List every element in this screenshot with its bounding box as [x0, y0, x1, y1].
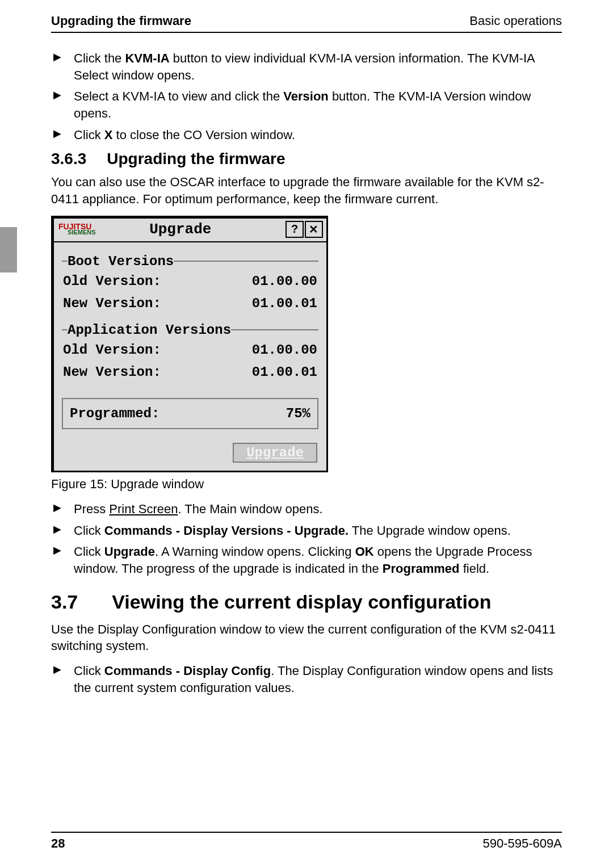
- group-label: Boot Versions: [68, 254, 174, 269]
- label: Old Version:: [63, 274, 161, 289]
- side-tab: [0, 227, 17, 272]
- bullet-list-top: ▶ Click the KVM-IA button to view indivi…: [51, 50, 562, 143]
- list-item: ▶ Click X to close the CO Version window…: [51, 127, 562, 144]
- help-button[interactable]: ?: [285, 221, 304, 238]
- programmed-value: 75%: [286, 406, 310, 421]
- page: Upgrading the firmware Basic operations …: [0, 0, 613, 868]
- value: 01.00.00: [252, 342, 317, 358]
- upgrade-button[interactable]: Upgrade: [233, 443, 317, 463]
- subsection-heading: 3.6.3 Upgrading the firmware: [51, 150, 562, 168]
- app-new-row: New Version: 01.00.01: [62, 360, 318, 382]
- programmed-box: Programmed: 75%: [62, 398, 318, 429]
- value: 01.00.01: [252, 296, 317, 311]
- value: 01.00.01: [252, 364, 317, 380]
- header-right: Basic operations: [469, 14, 562, 28]
- list-item: ▶ Click the KVM-IA button to view indivi…: [51, 50, 562, 83]
- text: Press Print Screen. The Main window open…: [74, 502, 323, 516]
- header-left: Upgrading the firmware: [51, 14, 191, 28]
- app-old-row: Old Version: 01.00.00: [62, 338, 318, 360]
- label: New Version:: [63, 296, 161, 311]
- list-item: ▶ Click Commands - Display Config. The D…: [51, 662, 562, 696]
- paragraph: Use the Display Configuration window to …: [51, 621, 562, 655]
- section-heading: 3.7 Viewing the current display configur…: [51, 591, 562, 613]
- arrow-icon: ▶: [53, 50, 61, 64]
- boot-new-row: New Version: 01.00.01: [62, 291, 318, 313]
- window-body: Boot Versions Old Version: 01.00.00 New …: [54, 242, 326, 471]
- list-item: ▶ Click Upgrade. A Warning window opens.…: [51, 543, 562, 577]
- close-icon: ✕: [309, 223, 318, 236]
- paragraph: You can also use the OSCAR interface to …: [51, 174, 562, 207]
- text: Click Upgrade. A Warning window opens. C…: [74, 544, 532, 576]
- figure-caption: Figure 15: Upgrade window: [51, 477, 562, 492]
- arrow-icon: ▶: [53, 662, 61, 676]
- text: Select a KVM-IA to view and click the Ve…: [74, 89, 531, 120]
- arrow-icon: ▶: [53, 501, 61, 514]
- text: Click Commands - Display Config. The Dis…: [74, 664, 553, 695]
- label: New Version:: [63, 364, 161, 380]
- window-titlebar: FUJITSUSIEMENS Upgrade ? ✕: [54, 219, 326, 242]
- group-label: Application Versions: [68, 322, 231, 338]
- bullet-list-after: ▶ Press Print Screen. The Main window op…: [51, 501, 562, 577]
- section-number: 3.7: [51, 591, 78, 613]
- running-header: Upgrading the firmware Basic operations: [51, 14, 562, 33]
- list-item: ▶ Click Commands - Display Versions - Up…: [51, 522, 562, 539]
- window-title: Upgrade: [149, 221, 211, 238]
- arrow-icon: ▶: [53, 543, 61, 557]
- button-row: Upgrade: [62, 429, 318, 465]
- section-title: Upgrading the firmware: [107, 150, 285, 168]
- page-number: 28: [51, 836, 65, 851]
- label: Old Version:: [63, 342, 161, 358]
- text: Click Commands - Display Versions - Upgr…: [74, 523, 511, 538]
- text: Click X to close the CO Version window.: [74, 128, 295, 142]
- value: 01.00.00: [252, 274, 317, 289]
- fujitsu-siemens-logo: FUJITSUSIEMENS: [58, 223, 96, 236]
- programmed-label: Programmed:: [70, 406, 159, 421]
- boot-versions-group: Boot Versions: [62, 254, 318, 269]
- upgrade-window: FUJITSUSIEMENS Upgrade ? ✕ Boot Versions…: [51, 216, 328, 472]
- upgrade-button-label: Upgrade: [246, 445, 304, 460]
- text: Click the KVM-IA button to view individu…: [74, 51, 534, 82]
- running-footer: 28 590-595-609A: [51, 832, 562, 851]
- arrow-icon: ▶: [53, 88, 61, 102]
- list-item: ▶ Press Print Screen. The Main window op…: [51, 501, 562, 518]
- close-button[interactable]: ✕: [305, 221, 323, 238]
- section-title: Viewing the current display configuratio…: [112, 591, 491, 613]
- arrow-icon: ▶: [53, 127, 61, 140]
- section-number: 3.6.3: [51, 150, 86, 168]
- boot-old-row: Old Version: 01.00.00: [62, 269, 318, 291]
- content: ▶ Click the KVM-IA button to view indivi…: [51, 50, 562, 832]
- list-item: ▶ Select a KVM-IA to view and click the …: [51, 88, 562, 121]
- arrow-icon: ▶: [53, 522, 61, 536]
- doc-code: 590-595-609A: [483, 836, 562, 851]
- bullet-list-37: ▶ Click Commands - Display Config. The D…: [51, 662, 562, 696]
- help-icon: ?: [291, 223, 298, 236]
- titlebar-buttons: ? ✕: [285, 221, 323, 238]
- application-versions-group: Application Versions: [62, 322, 318, 338]
